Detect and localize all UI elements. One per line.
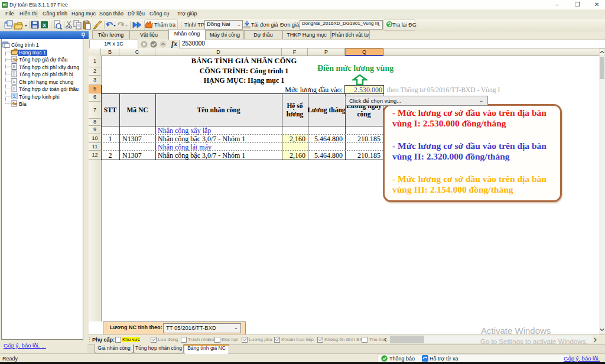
svg-text:Σ: Σ: [13, 94, 16, 99]
svg-text:X: X: [43, 22, 46, 28]
